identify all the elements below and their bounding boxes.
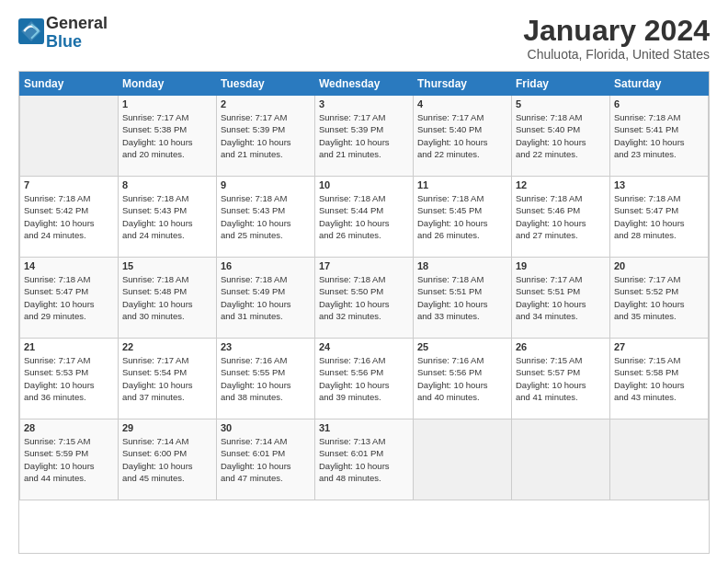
calendar-cell: 21Sunrise: 7:17 AM Sunset: 5:53 PM Dayli…	[20, 339, 119, 419]
page: General Blue January 2024 Chuluota, Flor…	[0, 0, 728, 563]
cell-content: Sunrise: 7:18 AM Sunset: 5:40 PM Dayligh…	[516, 111, 606, 160]
cell-content: Sunrise: 7:16 AM Sunset: 5:56 PM Dayligh…	[417, 354, 507, 403]
day-number: 2	[221, 98, 311, 109]
day-number: 8	[122, 179, 212, 190]
day-number: 15	[122, 260, 212, 271]
calendar-subtitle: Chuluota, Florida, United States	[523, 47, 710, 62]
calendar-week-row: 28Sunrise: 7:15 AM Sunset: 5:59 PM Dayli…	[20, 419, 709, 500]
calendar-cell	[512, 419, 610, 500]
calendar-cell: 26Sunrise: 7:15 AM Sunset: 5:57 PM Dayli…	[512, 339, 610, 419]
day-number: 27	[614, 341, 704, 352]
cell-content: Sunrise: 7:16 AM Sunset: 5:56 PM Dayligh…	[319, 354, 409, 403]
calendar-title: January 2024	[523, 15, 710, 47]
calendar-cell: 4Sunrise: 7:17 AM Sunset: 5:40 PM Daylig…	[414, 96, 512, 177]
day-of-week-header: Sunday	[20, 73, 119, 96]
calendar-cell: 8Sunrise: 7:18 AM Sunset: 5:43 PM Daylig…	[119, 177, 217, 258]
calendar-week-row: 21Sunrise: 7:17 AM Sunset: 5:53 PM Dayli…	[20, 339, 709, 419]
day-number: 10	[319, 179, 409, 190]
calendar-cell: 27Sunrise: 7:15 AM Sunset: 5:58 PM Dayli…	[610, 339, 709, 419]
calendar-week-row: 1Sunrise: 7:17 AM Sunset: 5:38 PM Daylig…	[20, 96, 709, 177]
calendar-cell	[610, 419, 709, 500]
cell-content: Sunrise: 7:17 AM Sunset: 5:40 PM Dayligh…	[417, 111, 507, 160]
calendar-cell: 18Sunrise: 7:18 AM Sunset: 5:51 PM Dayli…	[414, 258, 512, 339]
calendar: SundayMondayTuesdayWednesdayThursdayFrid…	[18, 71, 710, 554]
day-number: 6	[614, 98, 704, 109]
day-number: 17	[319, 260, 409, 271]
cell-content: Sunrise: 7:16 AM Sunset: 5:55 PM Dayligh…	[221, 354, 311, 403]
day-number: 4	[417, 98, 507, 109]
cell-content: Sunrise: 7:17 AM Sunset: 5:39 PM Dayligh…	[319, 111, 409, 160]
day-number: 28	[24, 422, 114, 433]
day-number: 9	[221, 179, 311, 190]
cell-content: Sunrise: 7:17 AM Sunset: 5:54 PM Dayligh…	[122, 354, 212, 403]
cell-content: Sunrise: 7:15 AM Sunset: 5:59 PM Dayligh…	[24, 435, 114, 484]
cell-content: Sunrise: 7:18 AM Sunset: 5:43 PM Dayligh…	[122, 192, 212, 241]
calendar-cell: 23Sunrise: 7:16 AM Sunset: 5:55 PM Dayli…	[217, 339, 315, 419]
day-number: 18	[417, 260, 507, 271]
logo-line1: General	[46, 14, 108, 32]
header: General Blue January 2024 Chuluota, Flor…	[18, 15, 710, 62]
cell-content: Sunrise: 7:14 AM Sunset: 6:00 PM Dayligh…	[122, 435, 212, 484]
cell-content: Sunrise: 7:18 AM Sunset: 5:48 PM Dayligh…	[122, 273, 212, 322]
day-number: 23	[221, 341, 311, 352]
day-of-week-header: Saturday	[610, 73, 709, 96]
calendar-cell: 3Sunrise: 7:17 AM Sunset: 5:39 PM Daylig…	[315, 96, 414, 177]
cell-content: Sunrise: 7:18 AM Sunset: 5:51 PM Dayligh…	[417, 273, 507, 322]
day-number: 25	[417, 341, 507, 352]
day-number: 29	[122, 422, 212, 433]
cell-content: Sunrise: 7:15 AM Sunset: 5:57 PM Dayligh…	[516, 354, 606, 403]
day-number: 3	[319, 98, 409, 109]
cell-content: Sunrise: 7:18 AM Sunset: 5:47 PM Dayligh…	[614, 192, 704, 241]
cell-content: Sunrise: 7:18 AM Sunset: 5:50 PM Dayligh…	[319, 273, 409, 322]
day-number: 5	[516, 98, 606, 109]
cell-content: Sunrise: 7:18 AM Sunset: 5:46 PM Dayligh…	[516, 192, 606, 241]
cell-content: Sunrise: 7:14 AM Sunset: 6:01 PM Dayligh…	[221, 435, 311, 484]
day-number: 14	[24, 260, 114, 271]
day-of-week-header: Monday	[119, 73, 217, 96]
cell-content: Sunrise: 7:18 AM Sunset: 5:45 PM Dayligh…	[417, 192, 507, 241]
cell-content: Sunrise: 7:15 AM Sunset: 5:58 PM Dayligh…	[614, 354, 704, 403]
calendar-week-row: 7Sunrise: 7:18 AM Sunset: 5:42 PM Daylig…	[20, 177, 709, 258]
day-number: 7	[24, 179, 114, 190]
cell-content: Sunrise: 7:17 AM Sunset: 5:52 PM Dayligh…	[614, 273, 704, 322]
calendar-cell: 5Sunrise: 7:18 AM Sunset: 5:40 PM Daylig…	[512, 96, 610, 177]
day-of-week-header: Friday	[512, 73, 610, 96]
day-number: 12	[516, 179, 606, 190]
cell-content: Sunrise: 7:17 AM Sunset: 5:38 PM Dayligh…	[122, 111, 212, 160]
calendar-cell: 24Sunrise: 7:16 AM Sunset: 5:56 PM Dayli…	[315, 339, 414, 419]
logo-line2: Blue	[46, 32, 82, 51]
day-number: 20	[614, 260, 704, 271]
cell-content: Sunrise: 7:17 AM Sunset: 5:39 PM Dayligh…	[221, 111, 311, 160]
calendar-cell: 10Sunrise: 7:18 AM Sunset: 5:44 PM Dayli…	[315, 177, 414, 258]
day-of-week-header: Wednesday	[315, 73, 414, 96]
cell-content: Sunrise: 7:18 AM Sunset: 5:41 PM Dayligh…	[614, 111, 704, 160]
cell-content: Sunrise: 7:18 AM Sunset: 5:44 PM Dayligh…	[319, 192, 409, 241]
day-number: 11	[417, 179, 507, 190]
calendar-cell: 11Sunrise: 7:18 AM Sunset: 5:45 PM Dayli…	[414, 177, 512, 258]
calendar-cell: 16Sunrise: 7:18 AM Sunset: 5:49 PM Dayli…	[217, 258, 315, 339]
title-block: January 2024 Chuluota, Florida, United S…	[523, 15, 710, 62]
cell-content: Sunrise: 7:17 AM Sunset: 5:53 PM Dayligh…	[24, 354, 114, 403]
day-of-week-header: Tuesday	[217, 73, 315, 96]
day-number: 21	[24, 341, 114, 352]
day-number: 26	[516, 341, 606, 352]
calendar-header-row: SundayMondayTuesdayWednesdayThursdayFrid…	[20, 73, 709, 96]
calendar-cell: 14Sunrise: 7:18 AM Sunset: 5:47 PM Dayli…	[20, 258, 119, 339]
logo: General Blue	[18, 15, 108, 52]
general-blue-logo-icon	[18, 18, 44, 44]
calendar-cell: 2Sunrise: 7:17 AM Sunset: 5:39 PM Daylig…	[217, 96, 315, 177]
calendar-cell: 17Sunrise: 7:18 AM Sunset: 5:50 PM Dayli…	[315, 258, 414, 339]
calendar-cell: 12Sunrise: 7:18 AM Sunset: 5:46 PM Dayli…	[512, 177, 610, 258]
cell-content: Sunrise: 7:18 AM Sunset: 5:43 PM Dayligh…	[221, 192, 311, 241]
day-of-week-header: Thursday	[414, 73, 512, 96]
cell-content: Sunrise: 7:18 AM Sunset: 5:49 PM Dayligh…	[221, 273, 311, 322]
calendar-cell	[20, 96, 119, 177]
cell-content: Sunrise: 7:18 AM Sunset: 5:47 PM Dayligh…	[24, 273, 114, 322]
cell-content: Sunrise: 7:17 AM Sunset: 5:51 PM Dayligh…	[516, 273, 606, 322]
calendar-cell: 28Sunrise: 7:15 AM Sunset: 5:59 PM Dayli…	[20, 419, 119, 500]
calendar-cell	[414, 419, 512, 500]
day-number: 13	[614, 179, 704, 190]
calendar-cell: 31Sunrise: 7:13 AM Sunset: 6:01 PM Dayli…	[315, 419, 414, 500]
calendar-cell: 25Sunrise: 7:16 AM Sunset: 5:56 PM Dayli…	[414, 339, 512, 419]
calendar-body: 1Sunrise: 7:17 AM Sunset: 5:38 PM Daylig…	[20, 96, 709, 500]
